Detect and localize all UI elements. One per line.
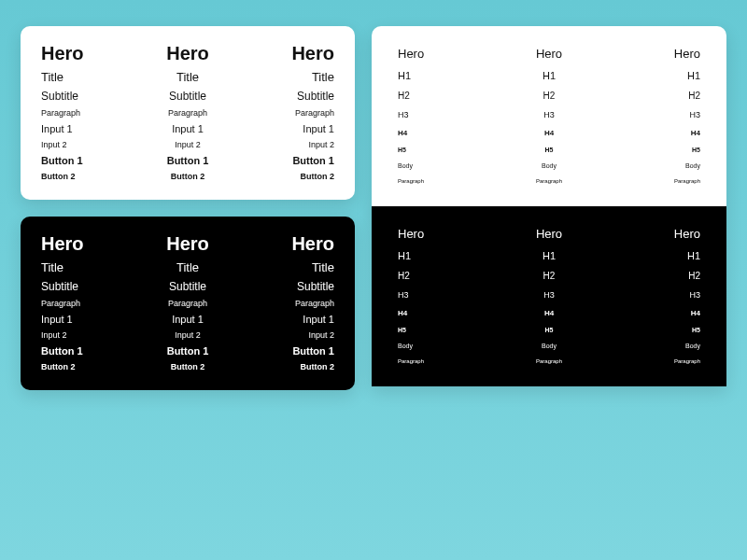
text-body: Body (398, 343, 413, 349)
text-input1: Input 1 (303, 123, 334, 134)
text-paragraph: Paragraph (674, 358, 700, 364)
text-h4: H4 (691, 129, 700, 137)
text-paragraph: Paragraph (168, 299, 207, 308)
text-paragraph: Paragraph (398, 358, 424, 364)
text-hero: Hero (41, 43, 84, 64)
text-h4: H4 (398, 129, 407, 137)
text-button1: Button 1 (292, 345, 334, 357)
text-h2: H2 (688, 271, 700, 281)
text-body: Body (685, 343, 700, 349)
text-h2: H2 (543, 271, 556, 281)
text-h3: H3 (543, 290, 555, 300)
text-paragraph: Paragraph (41, 299, 80, 308)
column-left-align: Hero H1 H2 H3 H4 H5 Body Paragraph (398, 227, 424, 364)
text-button1: Button 1 (41, 155, 83, 166)
column-center-align: Hero Title Subtitle Paragraph Input 1 In… (166, 43, 209, 181)
text-h5: H5 (692, 327, 700, 333)
text-h4: H4 (398, 309, 407, 317)
column-right-align: Hero H1 H2 H3 H4 H5 Body Paragraph (674, 227, 700, 364)
text-paragraph: Paragraph (295, 299, 334, 308)
text-button2: Button 2 (41, 362, 76, 371)
text-body: Body (398, 162, 413, 169)
text-h2: H2 (688, 91, 700, 101)
text-body: Body (542, 343, 557, 349)
text-button1: Button 1 (292, 155, 334, 166)
column-left-align: Hero Title Subtitle Paragraph Input 1 In… (41, 233, 84, 371)
text-input2: Input 2 (308, 140, 334, 149)
text-h2: H2 (398, 271, 410, 281)
text-hero: Hero (291, 233, 334, 255)
text-hero: Hero (536, 47, 562, 61)
text-title: Title (312, 70, 334, 84)
text-title: Title (41, 70, 63, 84)
text-h4: H4 (691, 309, 700, 317)
text-h3: H3 (543, 110, 555, 119)
column-right-align: Hero H1 H2 H3 H4 H5 Body Paragraph (674, 47, 700, 184)
text-h2: H2 (398, 91, 410, 101)
text-h4: H4 (544, 129, 554, 137)
column-center-align: Hero H1 H2 H3 H4 H5 Body Paragraph (536, 47, 562, 184)
text-hero: Hero (291, 43, 334, 64)
text-subtitle: Subtitle (41, 90, 78, 103)
text-h1: H1 (398, 70, 411, 81)
text-input2: Input 2 (41, 330, 67, 340)
text-hero: Hero (398, 47, 424, 61)
text-button2: Button 2 (171, 172, 205, 181)
text-title: Title (312, 260, 334, 274)
panel-typography-dark: Hero H1 H2 H3 H4 H5 Body Paragraph Hero … (372, 206, 726, 386)
text-paragraph: Paragraph (295, 108, 334, 118)
text-button1: Button 1 (167, 345, 209, 357)
text-input1: Input 1 (41, 123, 73, 134)
text-button1: Button 1 (167, 155, 209, 166)
text-input2: Input 2 (41, 140, 67, 149)
text-button2: Button 2 (300, 172, 334, 181)
card-typography-scale: Hero H1 H2 H3 H4 H5 Body Paragraph Hero … (372, 26, 726, 386)
text-hero: Hero (166, 43, 209, 64)
text-input1: Input 1 (172, 314, 204, 325)
text-h3: H3 (398, 290, 409, 300)
text-hero: Hero (398, 227, 424, 241)
text-h1: H1 (398, 250, 411, 261)
text-body: Body (685, 162, 700, 169)
text-button2: Button 2 (171, 362, 205, 371)
text-h5: H5 (398, 147, 406, 153)
text-paragraph: Paragraph (674, 178, 700, 184)
text-hero: Hero (536, 227, 562, 241)
text-title: Title (41, 260, 63, 274)
text-h4: H4 (544, 309, 554, 317)
text-h3: H3 (689, 290, 700, 300)
text-subtitle: Subtitle (169, 90, 206, 103)
text-h1: H1 (687, 70, 700, 81)
text-paragraph: Paragraph (41, 108, 80, 118)
text-h2: H2 (543, 91, 556, 101)
text-title: Title (176, 70, 199, 84)
column-center-align: Hero H1 H2 H3 H4 H5 Body Paragraph (536, 227, 562, 364)
text-hero: Hero (166, 233, 209, 255)
column-right-align: Hero Title Subtitle Paragraph Input 1 In… (291, 233, 334, 371)
text-h5: H5 (545, 327, 554, 333)
text-input1: Input 1 (303, 314, 334, 325)
text-h1: H1 (687, 250, 700, 261)
text-paragraph: Paragraph (536, 178, 562, 184)
text-subtitle: Subtitle (297, 90, 334, 103)
card-components-light: Hero Title Subtitle Paragraph Input 1 In… (21, 26, 355, 200)
text-hero: Hero (41, 233, 84, 255)
text-h3: H3 (689, 110, 700, 119)
text-h1: H1 (543, 70, 556, 81)
text-paragraph: Paragraph (168, 108, 207, 118)
text-title: Title (176, 260, 199, 274)
card-components-dark: Hero Title Subtitle Paragraph Input 1 In… (21, 217, 355, 390)
text-subtitle: Subtitle (297, 280, 334, 293)
text-h5: H5 (692, 147, 700, 153)
text-body: Body (542, 162, 557, 169)
text-hero: Hero (674, 227, 700, 241)
text-subtitle: Subtitle (41, 280, 78, 293)
text-input1: Input 1 (41, 314, 73, 325)
text-h3: H3 (398, 110, 409, 119)
column-left-align: Hero Title Subtitle Paragraph Input 1 In… (41, 43, 84, 181)
text-button1: Button 1 (41, 345, 83, 357)
text-input2: Input 2 (175, 140, 201, 149)
text-paragraph: Paragraph (398, 178, 424, 184)
text-h5: H5 (545, 147, 554, 153)
column-right-align: Hero Title Subtitle Paragraph Input 1 In… (291, 43, 334, 181)
